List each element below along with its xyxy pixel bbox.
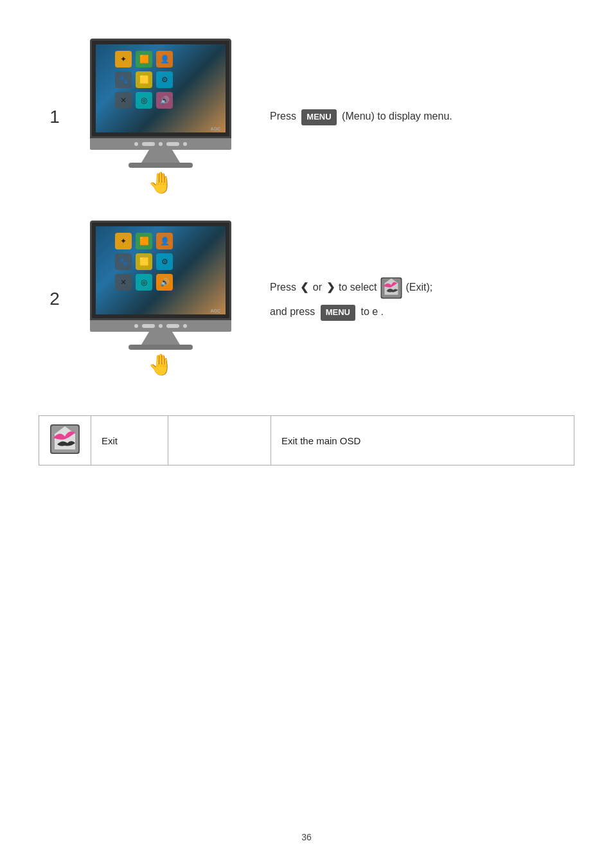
table-row-exit: Exit Exit the main OSD [39, 416, 574, 466]
btn2-5 [183, 324, 187, 328]
monitor-1-stand [141, 150, 180, 163]
step-1-row: 1 ✦ 🟧 👤 🐾 🟨 ⚙ ✕ ◎ 🔊 [39, 39, 574, 195]
table-icon-cell [39, 416, 91, 466]
monitor-1-bottom [90, 138, 231, 150]
osd-icon-4: 🐾 [115, 71, 132, 88]
step-2-exit-label: (Exit); [405, 282, 432, 293]
reference-table: Exit Exit the main OSD [39, 415, 574, 466]
step-1-instruction: Press MENU (Menu) to display menu. [251, 108, 574, 125]
monitor-1: ✦ 🟧 👤 🐾 🟨 ⚙ ✕ ◎ 🔊 AOC [90, 39, 231, 138]
btn2-3 [159, 324, 163, 328]
monitor-1-base [129, 163, 193, 168]
step-2-line2: and press MENU to e . [270, 303, 574, 321]
hand-icon-1: 🤚 [148, 170, 173, 195]
step-2-or: or [313, 282, 322, 293]
osd-icon-5: 🟨 [136, 71, 152, 88]
step-2-instruction: Press ❮ or ❯ to select (Exit); and press [251, 276, 574, 321]
table-exit-description: Exit the main OSD [281, 435, 360, 446]
osd-icon-2-9: 🔊 [156, 274, 173, 291]
step-1-rest: (Menu) to display menu. [342, 111, 452, 122]
osd-icon-7: ✕ [115, 92, 132, 109]
hand-icon-2: 🤚 [148, 352, 173, 377]
step-1-press: Press [270, 111, 296, 122]
step-2-menu-badge: MENU [321, 305, 355, 321]
osd-grid-1: ✦ 🟧 👤 🐾 🟨 ⚙ ✕ ◎ 🔊 [115, 51, 174, 110]
osd-icon-2-2: 🟧 [136, 233, 152, 249]
osd-icon-3: 👤 [156, 51, 173, 68]
osd-icon-2-1: ✦ [115, 233, 132, 249]
aoc-label-1: AOC [210, 127, 220, 131]
osd-icon-6: ⚙ [156, 71, 173, 88]
step-2-to-exit: to e . [360, 306, 384, 317]
osd-icon-1: ✦ [115, 51, 132, 68]
exit-icon-inline [380, 276, 403, 300]
btn1 [134, 142, 138, 146]
btn2-1 [134, 324, 138, 328]
left-arrow: ❮ [300, 279, 308, 296]
exit-icon-large [49, 424, 80, 455]
step-2-row: 2 ✦ 🟧 👤 🐾 🟨 ⚙ ✕ ◎ 🔊 [39, 221, 574, 377]
step-2-press: Press [270, 282, 296, 293]
osd-icon-8: ◎ [136, 92, 152, 109]
osd-icon-2: 🟧 [136, 51, 152, 68]
step-1-monitor: ✦ 🟧 👤 🐾 🟨 ⚙ ✕ ◎ 🔊 AOC [71, 39, 251, 195]
page-number: 36 [301, 832, 312, 842]
btn4 [166, 142, 179, 146]
table-desc-cell: Exit the main OSD [271, 416, 574, 466]
osd-icon-2-5: 🟨 [136, 253, 152, 270]
monitor-2-bottom [90, 320, 231, 332]
step-1-number: 1 [39, 107, 71, 127]
right-arrow: ❯ [326, 279, 335, 296]
monitor-2-screen: ✦ 🟧 👤 🐾 🟨 ⚙ ✕ ◎ 🔊 AOC [96, 226, 226, 314]
btn2-4 [166, 324, 179, 328]
osd-grid-2: ✦ 🟧 👤 🐾 🟨 ⚙ ✕ ◎ 🔊 [115, 233, 174, 292]
btn2 [142, 142, 155, 146]
osd-icon-2-3: 👤 [156, 233, 173, 249]
monitor-2-base [129, 345, 193, 350]
step-2-and: and press [270, 306, 315, 317]
table-label-cell: Exit [91, 416, 168, 466]
btn3 [159, 142, 163, 146]
monitor-1-screen: ✦ 🟧 👤 🐾 🟨 ⚙ ✕ ◎ 🔊 AOC [96, 44, 226, 132]
osd-icon-2-4: 🐾 [115, 253, 132, 270]
table-exit-label: Exit [102, 435, 118, 446]
btn5 [183, 142, 187, 146]
step-2-number: 2 [39, 289, 71, 309]
btn2-2 [142, 324, 155, 328]
osd-icon-9: 🔊 [156, 92, 173, 109]
osd-icon-2-6: ⚙ [156, 253, 173, 270]
table-spacer-cell [168, 416, 271, 466]
step-2-monitor: ✦ 🟧 👤 🐾 🟨 ⚙ ✕ ◎ 🔊 AOC [71, 221, 251, 377]
osd-icon-2-8: ◎ [136, 274, 152, 291]
step-1-menu-badge: MENU [301, 109, 336, 125]
monitor-2: ✦ 🟧 👤 🐾 🟨 ⚙ ✕ ◎ 🔊 AOC [90, 221, 231, 320]
aoc-label-2: AOC [210, 309, 220, 313]
monitor-2-stand [141, 332, 180, 345]
step-2-toselect: to select [339, 282, 377, 293]
osd-icon-2-7: ✕ [115, 274, 132, 291]
step-2-line1: Press ❮ or ❯ to select (Exit); [270, 276, 574, 300]
